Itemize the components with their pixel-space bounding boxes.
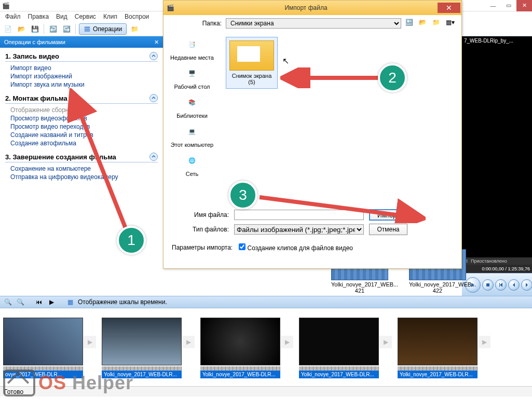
place-libraries[interactable]: 📚Библиотеки <box>166 93 218 119</box>
new-icon[interactable]: 📄 <box>2 23 13 35</box>
section-2-title: 2. Монтаж фильма <box>5 94 67 102</box>
preview-video <box>462 45 532 257</box>
folder-select[interactable]: Снимки экрана <box>226 18 401 29</box>
close-button[interactable]: ✕ <box>516 0 532 11</box>
menu-file[interactable]: Файл <box>2 12 24 21</box>
collapse-icon[interactable] <box>149 94 158 102</box>
collapse-icon[interactable] <box>149 52 158 60</box>
cancel-button[interactable]: Отмена <box>369 224 407 235</box>
folder-label: Папка: <box>170 20 222 27</box>
import-video-link[interactable]: Импорт видео <box>5 64 158 72</box>
zoom-out-icon[interactable]: 🔍 <box>16 297 25 307</box>
menu-play[interactable]: Воспрои <box>121 12 152 21</box>
place-network[interactable]: 🌐Сеть <box>166 151 218 177</box>
zoom-in-icon[interactable]: 🔍 <box>3 297 12 307</box>
step-back-button[interactable] <box>508 279 520 291</box>
taskpane: Операции с фильмами ✕ 1. Запись видео Им… <box>0 36 163 296</box>
import-images-link[interactable]: Импорт изображений <box>5 72 158 80</box>
import-options-label: Параметры импорта: <box>172 244 233 251</box>
filename-input[interactable] <box>234 210 364 220</box>
video-transitions-link[interactable]: Просмотр видео переходов <box>5 122 158 131</box>
import-dialog: 🎬 Импорт файла ✕ Папка: Снимки экрана 🔙 … <box>163 0 462 269</box>
minimize-button[interactable]: — <box>485 0 501 11</box>
annotation-3: 3 <box>228 181 257 210</box>
svg-rect-0 <box>85 26 90 28</box>
cursor-icon: ↖ <box>282 56 289 66</box>
folder-item[interactable]: Снимок экрана (5) <box>226 37 278 89</box>
place-computer[interactable]: 💻Этот компьютер <box>166 122 218 148</box>
send-camera-link[interactable]: Отправка на цифровую видеокамеру <box>5 173 158 181</box>
timeline-clip[interactable]: ▶Yolki_novye_2017_WEB-DLR... <box>200 318 294 378</box>
maximize-button[interactable]: ▭ <box>501 0 516 11</box>
file-list[interactable]: Снимок экрана (5) <box>221 32 461 203</box>
open-icon[interactable]: 📂 <box>16 23 27 35</box>
dialog-close-button[interactable]: ✕ <box>438 3 460 13</box>
taskpane-header: Операции с фильмами ✕ <box>0 36 163 48</box>
dialog-icon: 🎬 <box>167 4 174 11</box>
svg-rect-2 <box>85 30 90 31</box>
taskpane-title: Операции с фильмами <box>4 39 65 45</box>
up-icon[interactable]: 📂 <box>419 19 428 28</box>
collapse-icon[interactable] <box>149 153 158 161</box>
svg-rect-1 <box>85 29 90 30</box>
menu-view[interactable]: Вид <box>53 12 71 21</box>
app-icon: 🎬 <box>0 0 11 11</box>
rewind-icon[interactable]: ⏮ <box>34 297 44 307</box>
section-1-title: 1. Запись видео <box>5 52 59 60</box>
filename-label: Имя файла: <box>172 211 229 218</box>
prev-button[interactable] <box>495 279 507 291</box>
section-3-title: 3. Завершение создания фильма <box>5 153 116 161</box>
folder-name: Снимок экрана (5) <box>232 73 272 85</box>
paused-label: Приостановлено <box>471 258 507 264</box>
dialog-title: Импорт файла <box>174 4 438 11</box>
timeline-clip[interactable]: ▶Yolki_novye_2017_WEB-DLR... <box>299 318 392 378</box>
timeline-toolbar: 🔍 🔍 ⏮ ▶ ▦ Отображение шкалы времени. <box>0 296 532 308</box>
operations-label: Операции <box>93 25 122 33</box>
preview-title: 7_WEB-DLRip_by_... <box>462 36 532 45</box>
watermark: OS Helper <box>3 370 133 397</box>
stop-button[interactable] <box>482 279 494 291</box>
menu-edit[interactable]: Правка <box>25 12 52 21</box>
play-icon[interactable]: ▶ <box>47 297 56 307</box>
import-button[interactable]: Импорт <box>369 209 407 221</box>
views-icon[interactable]: ▦▾ <box>446 19 455 28</box>
save-icon[interactable]: 💾 <box>29 23 40 35</box>
show-collections-link: Отображение сборников <box>5 106 158 114</box>
menu-tools[interactable]: Сервис <box>72 12 99 21</box>
place-recent[interactable]: 📑Недавние места <box>166 35 218 61</box>
save-computer-link[interactable]: Сохранение на компьютере <box>5 165 158 173</box>
preview-time: 0:00:00,00 / 1:25:39,76 <box>462 265 532 273</box>
create-clips-checkbox[interactable]: Создание клипов для файлов видео <box>239 243 353 252</box>
timeline-clip[interactable]: ▶Yolki_novye_2017_WEB-DLR... <box>398 318 491 378</box>
filetype-label: Тип файлов: <box>172 226 229 233</box>
new-folder-icon[interactable]: 📁 <box>432 19 442 28</box>
svg-rect-3 <box>486 283 489 286</box>
import-audio-link[interactable]: Импорт звука или музыки <box>5 80 158 89</box>
automovie-link[interactable]: Создание автофильма <box>5 139 158 147</box>
timeline-toggle-icon[interactable]: ▦ <box>65 297 75 307</box>
filetype-select[interactable]: Файлы изображений (*.jpg;*.jpeg;*.jpe;*.… <box>234 224 364 235</box>
annotation-2: 2 <box>378 63 407 92</box>
operations-button[interactable]: Операции <box>79 23 127 35</box>
titles-credits-link[interactable]: Создание названий и титров <box>5 131 158 139</box>
annotation-1: 1 <box>117 226 146 255</box>
step-fwd-button[interactable] <box>521 279 532 291</box>
redo-icon[interactable]: ↪️ <box>61 23 72 35</box>
preview-panel: 7_WEB-DLRip_by_... ⏸ Приостановлено 0:00… <box>462 36 532 296</box>
timeline-label: Отображение шкалы времени. <box>78 298 167 306</box>
collections-icon[interactable]: 📁 <box>129 23 140 35</box>
undo-icon[interactable]: ↩️ <box>47 23 59 35</box>
video-effects-link[interactable]: Просмотр видеоэффектов <box>5 114 158 122</box>
back-icon[interactable]: 🔙 <box>405 19 415 28</box>
place-desktop[interactable]: 🖥️Рабочий стол <box>166 64 218 90</box>
places-bar: 📑Недавние места 🖥️Рабочий стол 📚Библиоте… <box>163 32 221 203</box>
taskpane-close-icon[interactable]: ✕ <box>154 39 159 46</box>
menu-clip[interactable]: Клип <box>100 12 120 21</box>
